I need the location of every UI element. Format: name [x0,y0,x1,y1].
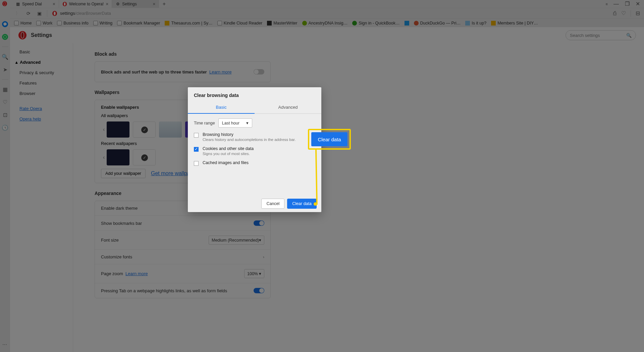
chevron-down-icon: ▾ [246,120,249,125]
dialog-footer: Cancel Clear data [188,195,321,212]
time-range-select[interactable]: Last hour ▾ [218,118,252,128]
option-browsing-history[interactable]: Browsing history Clears history and auto… [194,132,315,142]
checkbox[interactable] [194,133,199,138]
clear-browsing-data-dialog: Clear browsing data Basic Advanced Time … [188,87,321,212]
option-cookies[interactable]: Cookies and other site data Signs you ou… [194,146,315,156]
callout-endpoint-dot [314,202,317,206]
dialog-title: Clear browsing data [188,87,321,101]
tab-basic[interactable]: Basic [188,101,255,114]
callout-label-button: Clear data [311,132,347,146]
cancel-button[interactable]: Cancel [261,199,284,209]
clear-data-button[interactable]: Clear data [287,199,317,209]
tab-advanced[interactable]: Advanced [255,101,321,113]
time-range-label: Time range [194,121,215,125]
checkbox[interactable] [194,147,199,152]
dialog-body: Time range Last hour ▾ Browsing history … [188,114,321,195]
dialog-tabs: Basic Advanced [188,101,321,114]
modal-overlay [0,0,644,352]
checkbox[interactable] [194,161,199,166]
option-cached[interactable]: Cached images and files [194,160,315,166]
